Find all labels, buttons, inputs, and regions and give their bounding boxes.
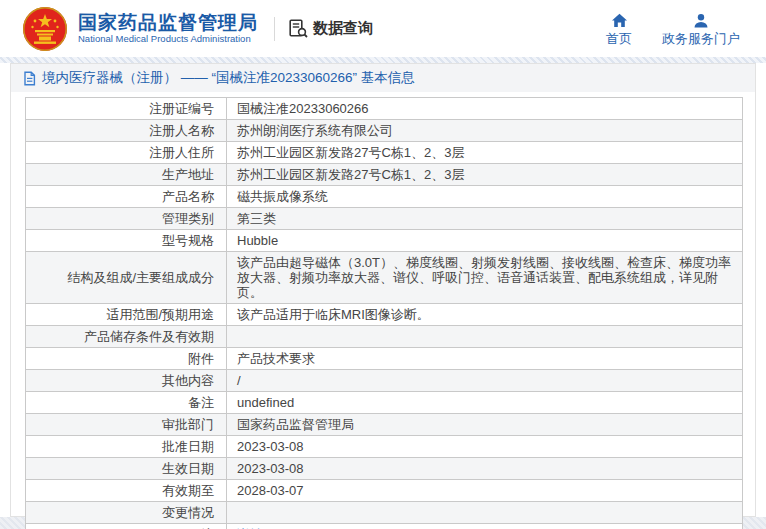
breadcrumb-text: 境内医疗器械（注册） —— “国械注准20233060266” 基本信息 — [42, 69, 415, 87]
table-row: 结构及组成/主要组成成分该产品由超导磁体（3.0T）、梯度线圈、射频发射线圈、接… — [26, 252, 743, 304]
data-query-label: 数据查询 — [313, 19, 373, 38]
row-value: 苏州工业园区新发路27号C栋1、2、3层 — [227, 142, 743, 164]
national-emblem-icon — [22, 6, 68, 52]
table-row: 变更情况 — [26, 502, 743, 524]
row-value: 磁共振成像系统 — [227, 186, 743, 208]
header: 国家药品监督管理局 National Medical Products Admi… — [0, 0, 766, 57]
site-title: 国家药品监督管理局 — [78, 12, 258, 34]
nav-item-home[interactable]: 首页 — [606, 13, 632, 48]
data-query-tab[interactable]: 数据查询 — [289, 19, 373, 38]
row-label: 生效日期 — [26, 458, 227, 480]
nav-item-gov-portal[interactable]: 政务服务门户 — [662, 13, 740, 48]
table-row: 审批部门国家药品监督管理局 — [26, 414, 743, 436]
row-label: 生产地址 — [26, 164, 227, 186]
row-label: 审批部门 — [26, 414, 227, 436]
row-label: 产品名称 — [26, 186, 227, 208]
row-label: 有效期至 — [26, 480, 227, 502]
table-row: 适用范围/预期用途该产品适用于临床MRI图像诊断。 — [26, 304, 743, 326]
nav-home-label: 首页 — [606, 30, 632, 48]
table-row: 生效日期2023-03-08 — [26, 458, 743, 480]
row-value: 2028-03-07 — [227, 480, 743, 502]
table-row: 产品储存条件及有效期 — [26, 326, 743, 348]
home-icon — [611, 13, 628, 28]
table-row: 型号规格Hubble — [26, 230, 743, 252]
document-icon — [23, 71, 36, 86]
row-value: 国械注准20233060266 — [227, 98, 743, 120]
table-row: 生产地址苏州工业园区新发路27号C栋1、2、3层 — [26, 164, 743, 186]
row-label: 批准日期 — [26, 436, 227, 458]
table-row: 备注undefined — [26, 392, 743, 414]
header-nav: 首页 政务服务门户 — [606, 9, 740, 48]
table-row: 注册证编号国械注准20233060266 — [26, 98, 743, 120]
row-value — [227, 502, 743, 524]
row-value: Hubble — [227, 230, 743, 252]
table-row: 注册人住所苏州工业园区新发路27号C栋1、2、3层 — [26, 142, 743, 164]
content-panel: 境内医疗器械（注册） —— “国械注准20233060266” 基本信息 注册证… — [10, 63, 756, 517]
registration-info-table-wrap: 注册证编号国械注准20233060266注册人名称苏州朗润医疗系统有限公司注册人… — [11, 92, 755, 529]
row-label: 产品储存条件及有效期 — [26, 326, 227, 348]
row-value — [227, 326, 743, 348]
row-label: 备注 — [26, 392, 227, 414]
data-query-icon — [289, 19, 308, 38]
nmpa-emblem-logo[interactable] — [22, 6, 68, 52]
brand-title-block: 国家药品监督管理局 National Medical Products Admi… — [78, 12, 258, 46]
row-label: 型号规格 — [26, 230, 227, 252]
breadcrumb: 境内医疗器械（注册） —— “国械注准20233060266” 基本信息 — [11, 64, 755, 92]
table-row: 管理类别第三类 — [26, 208, 743, 230]
row-label: 管理类别 — [26, 208, 227, 230]
row-label: 注册人住所 — [26, 142, 227, 164]
row-value: 2023-03-08 — [227, 458, 743, 480]
registration-info-table: 注册证编号国械注准20233060266注册人名称苏州朗润医疗系统有限公司注册人… — [25, 97, 743, 529]
row-value: 产品技术要求 — [227, 348, 743, 370]
row-value: undefined — [227, 392, 743, 414]
main-area: 境内医疗器械（注册） —— “国械注准20233060266” 基本信息 注册证… — [0, 57, 766, 529]
table-row: 其他内容/ — [26, 370, 743, 392]
row-value: 2023-03-08 — [227, 436, 743, 458]
row-label: 结构及组成/主要组成成分 — [26, 252, 227, 304]
row-label: 变更情况 — [26, 502, 227, 524]
header-divider — [274, 17, 275, 41]
row-value: 该产品由超导磁体（3.0T）、梯度线圈、射频发射线圈、接收线圈、检查床、梯度功率… — [227, 252, 743, 304]
row-value: 该产品适用于临床MRI图像诊断。 — [227, 304, 743, 326]
table-row: 批准日期2023-03-08 — [26, 436, 743, 458]
row-label: 附件 — [26, 348, 227, 370]
row-value: 第三类 — [227, 208, 743, 230]
table-row: 注册人名称苏州朗润医疗系统有限公司 — [26, 120, 743, 142]
row-value: 国家药品监督管理局 — [227, 414, 743, 436]
table-row: 有效期至2028-03-07 — [26, 480, 743, 502]
table-row: 附件产品技术要求 — [26, 348, 743, 370]
table-row: 注详情 — [26, 524, 743, 529]
table-row: 产品名称磁共振成像系统 — [26, 186, 743, 208]
user-icon — [693, 13, 709, 28]
row-label: 注册人名称 — [26, 120, 227, 142]
row-label: 注 — [26, 524, 227, 529]
row-value: / — [227, 370, 743, 392]
row-label: 适用范围/预期用途 — [26, 304, 227, 326]
info-table-body: 注册证编号国械注准20233060266注册人名称苏州朗润医疗系统有限公司注册人… — [26, 98, 743, 529]
row-label: 其他内容 — [26, 370, 227, 392]
row-value: 详情 — [227, 524, 743, 529]
row-value: 苏州朗润医疗系统有限公司 — [227, 120, 743, 142]
row-value: 苏州工业园区新发路27号C栋1、2、3层 — [227, 164, 743, 186]
site-subtitle-en: National Medical Products Administration — [78, 34, 258, 45]
row-label: 注册证编号 — [26, 98, 227, 120]
nav-gov-portal-label: 政务服务门户 — [662, 30, 740, 48]
